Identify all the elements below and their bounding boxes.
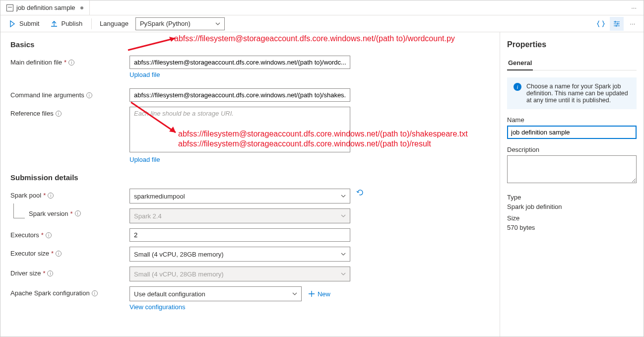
main-def-row: Main definition file * i Upload file bbox=[10, 56, 490, 78]
size-label: Size bbox=[507, 214, 637, 222]
main-def-label: Main definition file * i bbox=[10, 56, 129, 66]
publish-icon bbox=[50, 20, 58, 28]
ref-files-input[interactable] bbox=[129, 107, 350, 152]
executors-row: Executors * i bbox=[10, 228, 490, 242]
new-config-button[interactable]: New bbox=[308, 290, 330, 298]
name-input[interactable] bbox=[507, 126, 637, 139]
language-select[interactable]: PySpark (Python) bbox=[135, 17, 225, 30]
toolbar-right: ··· bbox=[594, 17, 640, 31]
info-icon[interactable]: i bbox=[56, 251, 62, 257]
info-text: Choose a name for your Spark job definit… bbox=[526, 83, 630, 104]
code-view-button[interactable] bbox=[594, 17, 608, 31]
version-label: Spark version * i bbox=[10, 208, 129, 218]
config-select[interactable]: Use default configuration bbox=[129, 286, 302, 301]
config-row: Apache Spark configuration i Use default… bbox=[10, 286, 490, 311]
chevron-down-icon bbox=[341, 213, 346, 218]
exec-size-label: Executor size * i bbox=[10, 247, 129, 257]
language-label: Language bbox=[100, 20, 129, 27]
chevron-down-icon bbox=[292, 291, 297, 296]
desc-field-label: Description bbox=[507, 146, 637, 153]
submit-label: Submit bbox=[19, 20, 39, 27]
description-input[interactable] bbox=[507, 155, 637, 183]
driver-size-row: Driver size * i Small (4 vCPU, 28GB memo… bbox=[10, 267, 490, 281]
driver-size-select: Small (4 vCPU, 28GB memory) bbox=[129, 267, 350, 281]
more-button[interactable]: ··· bbox=[626, 17, 640, 31]
cmd-input[interactable] bbox=[129, 88, 350, 102]
file-tab[interactable]: job definition sample bbox=[2, 0, 90, 15]
chevron-down-icon bbox=[341, 271, 346, 276]
info-icon: i bbox=[514, 83, 521, 91]
tab-bar: job definition sample ··· bbox=[0, 0, 644, 15]
language-value: PySpark (Python) bbox=[140, 20, 191, 27]
name-field-label: Name bbox=[507, 116, 637, 124]
braces-icon bbox=[597, 20, 605, 28]
divider bbox=[91, 18, 92, 29]
plus-icon bbox=[308, 290, 316, 298]
chevron-down-icon bbox=[341, 194, 346, 199]
config-label: Apache Spark configuration i bbox=[10, 286, 129, 297]
play-icon bbox=[8, 20, 16, 28]
properties-toggle-button[interactable] bbox=[610, 17, 624, 31]
toolbar: Submit Publish Language PySpark (Python)… bbox=[0, 15, 644, 32]
size-value: 570 bytes bbox=[507, 224, 637, 231]
tab-general[interactable]: General bbox=[507, 56, 533, 70]
submission-heading: Submission details bbox=[10, 173, 490, 182]
info-icon[interactable]: i bbox=[46, 232, 52, 238]
ref-label: Reference files i bbox=[10, 107, 129, 117]
pool-label: Spark pool * i bbox=[10, 189, 129, 199]
refresh-icon[interactable] bbox=[356, 189, 364, 197]
submit-button[interactable]: Submit bbox=[4, 18, 43, 30]
view-configurations-link[interactable]: View configurations bbox=[129, 301, 186, 311]
cmd-label: Command line arguments i bbox=[10, 88, 129, 99]
publish-button[interactable]: Publish bbox=[46, 18, 86, 30]
type-label: Type bbox=[507, 194, 637, 201]
main-column: abfss://filesystem@storageaccount.dfs.co… bbox=[0, 32, 500, 337]
properties-title: Properties bbox=[507, 40, 637, 49]
tab-title: job definition sample bbox=[16, 4, 75, 11]
required-asterisk: * bbox=[64, 59, 66, 66]
unsaved-dot-icon bbox=[80, 6, 83, 9]
pool-row: Spark pool * i sparkmediumpool bbox=[10, 189, 490, 203]
spark-version-select: Spark 2.4 bbox=[129, 208, 350, 223]
upload-file-link-2[interactable]: Upload file bbox=[129, 154, 160, 163]
tab-overflow-icon[interactable]: ··· bbox=[626, 4, 642, 11]
info-icon[interactable]: i bbox=[56, 111, 62, 117]
executors-label: Executors * i bbox=[10, 228, 129, 239]
version-row: Spark version * i Spark 2.4 bbox=[10, 208, 490, 223]
executors-input[interactable] bbox=[129, 228, 350, 242]
type-value: Spark job definition bbox=[507, 203, 637, 210]
ref-row: Reference files i Upload file bbox=[10, 107, 490, 163]
properties-panel: Properties General i Choose a name for y… bbox=[500, 32, 644, 337]
chevron-down-icon bbox=[215, 21, 220, 26]
main-def-input[interactable] bbox=[129, 56, 350, 69]
info-icon[interactable]: i bbox=[92, 290, 98, 296]
ellipsis-icon: ··· bbox=[630, 20, 636, 27]
body: abfss://filesystem@storageaccount.dfs.co… bbox=[0, 32, 644, 337]
basics-heading: Basics bbox=[10, 40, 490, 49]
info-icon[interactable]: i bbox=[86, 92, 92, 98]
info-callout: i Choose a name for your Spark job defin… bbox=[507, 77, 637, 109]
sliders-icon bbox=[613, 20, 621, 28]
info-icon[interactable]: i bbox=[47, 270, 53, 276]
info-icon[interactable]: i bbox=[75, 210, 81, 216]
driver-size-label: Driver size * i bbox=[10, 267, 129, 277]
upload-file-link[interactable]: Upload file bbox=[129, 69, 160, 78]
publish-label: Publish bbox=[61, 20, 82, 27]
info-icon[interactable]: i bbox=[48, 193, 54, 199]
properties-tabs: General bbox=[507, 56, 637, 70]
cmd-row: Command line arguments i bbox=[10, 88, 490, 102]
tree-connector bbox=[13, 203, 25, 218]
chevron-down-icon bbox=[341, 252, 346, 257]
exec-size-row: Executor size * i Small (4 vCPU, 28GB me… bbox=[10, 247, 490, 262]
executor-size-select[interactable]: Small (4 vCPU, 28GB memory) bbox=[129, 247, 350, 262]
spark-pool-select[interactable]: sparkmediumpool bbox=[129, 189, 350, 203]
info-icon[interactable]: i bbox=[68, 60, 74, 66]
definition-icon bbox=[6, 4, 13, 11]
